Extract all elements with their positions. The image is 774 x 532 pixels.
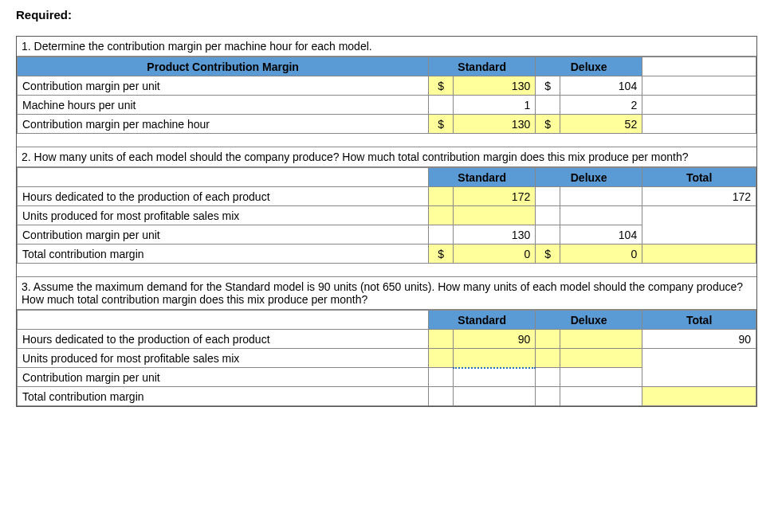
- question-3: 3. Assume the maximum demand for the Sta…: [17, 276, 756, 310]
- total-value: [642, 349, 756, 368]
- total-value: 90: [642, 330, 756, 349]
- deluxe-currency[interactable]: [536, 349, 560, 368]
- page-heading: Required:: [16, 8, 758, 22]
- standard-currency[interactable]: [429, 187, 454, 206]
- deluxe-value: [560, 187, 642, 206]
- deluxe-currency: $: [536, 76, 560, 96]
- standard-currency: [429, 368, 454, 387]
- table-section2: Standard Deluxe Total Hours dedicated to…: [17, 167, 756, 264]
- col-header-deluxe: Deluxe: [536, 57, 642, 76]
- row-label: Contribution margin per unit: [18, 368, 429, 387]
- standard-currency: [429, 96, 454, 115]
- standard-currency[interactable]: $: [429, 115, 454, 134]
- standard-value: 1: [453, 96, 535, 115]
- deluxe-value: [560, 206, 642, 225]
- deluxe-currency: [536, 368, 560, 387]
- standard-currency[interactable]: $: [429, 76, 454, 96]
- col-header-blank-label: [18, 168, 429, 187]
- standard-value[interactable]: 130: [453, 115, 535, 134]
- row-label: Contribution margin per machine hour: [18, 115, 429, 134]
- total-value[interactable]: [642, 387, 756, 406]
- blank-cell: [642, 76, 756, 96]
- standard-value[interactable]: 130: [453, 76, 535, 96]
- total-value: [642, 206, 756, 225]
- main-container: 1. Determine the contribution margin per…: [16, 36, 757, 407]
- deluxe-currency: [536, 387, 560, 406]
- table-section3: Standard Deluxe Total Hours dedicated to…: [17, 310, 756, 406]
- row-label: Contribution margin per unit: [18, 225, 429, 244]
- standard-value[interactable]: [453, 349, 535, 368]
- deluxe-value: 2: [560, 96, 642, 115]
- standard-currency[interactable]: $: [429, 244, 454, 264]
- deluxe-currency: [536, 225, 560, 244]
- deluxe-currency: [536, 206, 560, 225]
- standard-currency[interactable]: [429, 330, 454, 349]
- standard-value[interactable]: 90: [453, 330, 535, 349]
- col-header-pcm: Product Contribution Margin: [18, 57, 429, 76]
- row-label: Units produced for most profitable sales…: [18, 349, 429, 368]
- standard-currency: [429, 225, 454, 244]
- total-value: 172: [642, 187, 756, 206]
- blank-cell: [642, 115, 756, 134]
- col-header-total: Total: [642, 311, 756, 330]
- standard-value[interactable]: 0: [453, 244, 535, 264]
- deluxe-value: [560, 368, 642, 387]
- row-label: Machine hours per unit: [18, 96, 429, 115]
- total-value: [642, 225, 756, 244]
- deluxe-currency: [536, 96, 560, 115]
- col-header-blank: [642, 57, 756, 76]
- col-header-standard: Standard: [429, 311, 536, 330]
- table-section1: Product Contribution Margin Standard Del…: [17, 57, 756, 134]
- col-header-standard: Standard: [429, 168, 536, 187]
- standard-value: [453, 368, 535, 387]
- deluxe-value[interactable]: 52: [560, 115, 642, 134]
- blank-cell: [642, 96, 756, 115]
- question-2: 2. How many units of each model should t…: [17, 147, 756, 167]
- standard-value: 130: [453, 225, 535, 244]
- standard-value[interactable]: 172: [453, 187, 535, 206]
- col-header-deluxe: Deluxe: [536, 311, 642, 330]
- deluxe-value: 104: [560, 76, 642, 96]
- deluxe-currency[interactable]: $: [536, 244, 560, 264]
- row-label: Units produced for most profitable sales…: [18, 206, 429, 225]
- total-value: [642, 368, 756, 387]
- deluxe-currency[interactable]: $: [536, 115, 560, 134]
- deluxe-value[interactable]: [560, 330, 642, 349]
- total-value[interactable]: [642, 244, 756, 264]
- row-label: Total contribution margin: [18, 244, 429, 264]
- deluxe-value: 104: [560, 225, 642, 244]
- col-header-standard: Standard: [429, 57, 536, 76]
- standard-currency[interactable]: [429, 349, 454, 368]
- col-header-deluxe: Deluxe: [536, 168, 642, 187]
- deluxe-currency: [536, 187, 560, 206]
- deluxe-value[interactable]: 0: [560, 244, 642, 264]
- row-label: Hours dedicated to the production of eac…: [18, 187, 429, 206]
- row-label: Total contribution margin: [18, 387, 429, 406]
- col-header-blank-label: [18, 311, 429, 330]
- row-label: Contribution margin per unit: [18, 76, 429, 96]
- deluxe-value: [560, 387, 642, 406]
- standard-currency: [429, 387, 454, 406]
- deluxe-value[interactable]: [560, 349, 642, 368]
- standard-value[interactable]: [453, 206, 535, 225]
- row-label: Hours dedicated to the production of eac…: [18, 330, 429, 349]
- standard-currency[interactable]: [429, 206, 454, 225]
- standard-value: [453, 387, 535, 406]
- col-header-total: Total: [642, 168, 756, 187]
- deluxe-currency[interactable]: [536, 330, 560, 349]
- question-1: 1. Determine the contribution margin per…: [17, 37, 756, 57]
